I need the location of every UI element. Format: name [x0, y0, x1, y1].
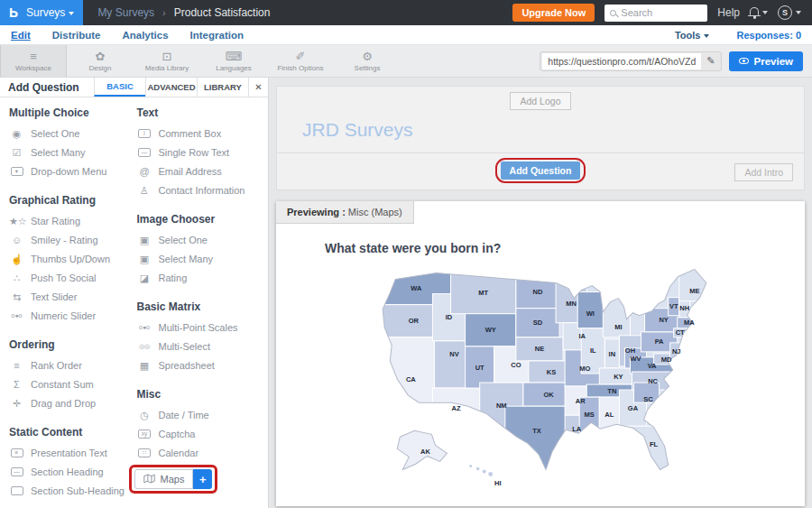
us-map[interactable]: WAORCAIDNVAZMTWYUTCONMNDSDNEKSOKTXMNIAMO… [276, 259, 805, 488]
survey-url-field[interactable]: ✎ [540, 51, 721, 71]
add-maps-question-button[interactable]: + [193, 469, 212, 489]
question-type-star-rating[interactable]: ★☆Star Rating [9, 211, 137, 230]
question-type-rating[interactable]: ◪Rating [137, 268, 265, 287]
question-type-section-heading[interactable]: —Section Heading [9, 462, 137, 481]
add-question-button[interactable]: Add Question [501, 162, 581, 180]
preview-button[interactable]: Preview [729, 51, 803, 71]
edit-url-pencil-icon[interactable]: ✎ [701, 55, 720, 67]
question-type-select-one[interactable]: ◉Select One [9, 124, 137, 143]
panel-tab-basic[interactable]: BASIC [94, 78, 145, 97]
avatar: S [778, 5, 792, 20]
toolbar-finish-options[interactable]: ✐Finish Options [267, 45, 334, 77]
maps-label: Maps [161, 474, 185, 485]
state-label-CT: CT [676, 328, 685, 337]
question-type-multi-point-scales[interactable]: o●oMulti-Point Scales [137, 318, 265, 337]
item-label: Thumbs Up/Down [31, 254, 110, 264]
question-type-text-slider[interactable]: ⇆Text Slider [9, 287, 137, 306]
panel-tab-advanced[interactable]: ADVANCED [145, 78, 197, 97]
toolbar-workspace[interactable]: ≡Workspace [0, 45, 67, 77]
question-type-push-to-social[interactable]: ∴Push To Social [9, 268, 137, 287]
close-icon[interactable]: ✕ [248, 78, 268, 97]
question-type-presentation-text[interactable]: ≡Presentation Text [9, 443, 137, 462]
upgrade-now-button[interactable]: Upgrade Now [512, 4, 595, 22]
item-label: Single Row Text [159, 147, 230, 158]
question-type-rank-order[interactable]: ≡Rank Order [9, 356, 137, 374]
question-type-single-row-text[interactable]: —Single Row Text [137, 143, 265, 162]
presentation-icon: ≡ [11, 448, 23, 457]
item-label: Select Many [31, 147, 86, 158]
question-type-numeric-slider[interactable]: o●oNumeric Slider [9, 306, 137, 325]
image-select-many-icon: ▣ [137, 254, 152, 264]
drag-icon: ✛ [9, 398, 24, 409]
state-label-WY: WY [485, 326, 496, 334]
question-type-smiley-rating[interactable]: ☺Smiley - Rating [9, 230, 137, 249]
panel-tab-library[interactable]: LIBRARY [197, 78, 248, 97]
question-type-email-address[interactable]: @Email Address [137, 162, 265, 180]
state-label-AR: AR [576, 397, 586, 405]
search-icon [610, 10, 616, 16]
state-label-MN: MN [566, 300, 577, 308]
state-label-IN: IN [609, 350, 616, 358]
item-label: Presentation Text [31, 448, 107, 458]
calendar-icon: ∷ [138, 448, 151, 457]
section-heading-misc: Misc [137, 388, 265, 401]
item-label: Numeric Slider [31, 310, 96, 321]
question-type-drag-and-drop[interactable]: ✛Drag and Drop [9, 393, 137, 412]
question-type-captcha[interactable]: xyCaptcha [137, 424, 265, 443]
toolbar-settings[interactable]: ⚙Settings [334, 45, 401, 77]
checkbox-icon: ☑ [9, 147, 24, 158]
global-search[interactable] [604, 5, 707, 22]
nav-tab-integration[interactable]: Integration [190, 30, 244, 41]
rank-list-icon: ≡ [9, 360, 24, 371]
survey-title[interactable]: JRD Surveys [302, 119, 804, 141]
breadcrumb-my-surveys[interactable]: My Surveys [97, 6, 154, 19]
toolbar-languages[interactable]: ⌨Languages [200, 45, 267, 77]
question-type-section-sub-heading[interactable]: Section Sub-Heading [9, 481, 137, 500]
question-type-drop-down-menu[interactable]: ▾Drop-down Menu [9, 162, 137, 180]
question-type-select-many[interactable]: ☑Select Many [9, 143, 137, 162]
state-label-OR: OR [409, 317, 420, 325]
question-type-thumbs-up-down[interactable]: ☝Thumbs Up/Down [9, 249, 137, 268]
us-map-svg[interactable]: WAORCAIDNVAZMTWYUTCONMNDSDNEKSOKTXMNIAMO… [346, 259, 735, 488]
account-menu[interactable]: S [778, 5, 801, 20]
state-label-KS: KS [547, 368, 556, 376]
question-type-select-one[interactable]: ▣Select One [137, 230, 265, 249]
previewing-label: Previewing : [287, 207, 346, 217]
app-logo[interactable]: P Surveys [0, 0, 83, 25]
toolbar-design[interactable]: ✿Design [67, 45, 134, 77]
section-heading-multiple-choice: Multiple Choice [9, 106, 137, 119]
add-logo-button[interactable]: Add Logo [510, 92, 572, 110]
state-HI[interactable] [469, 465, 472, 467]
search-input[interactable] [621, 7, 702, 18]
question-type-select-many[interactable]: ▣Select Many [137, 249, 265, 268]
add-intro-button[interactable]: Add Intro [734, 163, 793, 181]
survey-url-input[interactable] [542, 53, 701, 69]
question-type-contact-information[interactable]: ♙Contact Information [137, 180, 265, 199]
map-icon [143, 474, 155, 485]
thumb-icon: ☝ [9, 254, 24, 264]
question-type-maps[interactable]: Maps [134, 469, 194, 489]
toolbar-label: Settings [355, 64, 381, 72]
product-switcher[interactable]: Surveys [26, 6, 74, 19]
question-type-date-time[interactable]: ◷Date / Time [137, 405, 265, 424]
maps-highlight-ring: Maps+ [129, 465, 218, 494]
question-type-constant-sum[interactable]: ΣConstant Sum [9, 374, 137, 393]
state-label-MO: MO [579, 365, 590, 373]
question-type-calendar[interactable]: ∷Calendar [137, 443, 265, 462]
help-link[interactable]: Help [717, 6, 740, 19]
tools-menu[interactable]: Tools [675, 30, 710, 41]
nav-tab-distribute[interactable]: Distribute [52, 30, 101, 41]
notifications-button[interactable] [750, 10, 768, 15]
responses-link[interactable]: Responses: 0 [736, 30, 801, 41]
state-CA[interactable] [380, 337, 434, 410]
toolbar-media-library[interactable]: ⊡Media Library [134, 45, 200, 77]
state-HI[interactable] [488, 472, 493, 476]
nav-tab-edit[interactable]: Edit [11, 30, 31, 41]
eye-icon [739, 58, 749, 64]
question-type-spreadsheet[interactable]: ▦Spreadsheet [137, 356, 265, 374]
state-HI[interactable] [476, 467, 480, 471]
question-type-comment-box[interactable]: IComment Box [137, 124, 265, 143]
state-HI[interactable] [483, 469, 486, 473]
question-type-multi-select[interactable]: ◎◎Multi-Select [137, 337, 265, 356]
nav-tab-analytics[interactable]: Analytics [122, 30, 168, 41]
